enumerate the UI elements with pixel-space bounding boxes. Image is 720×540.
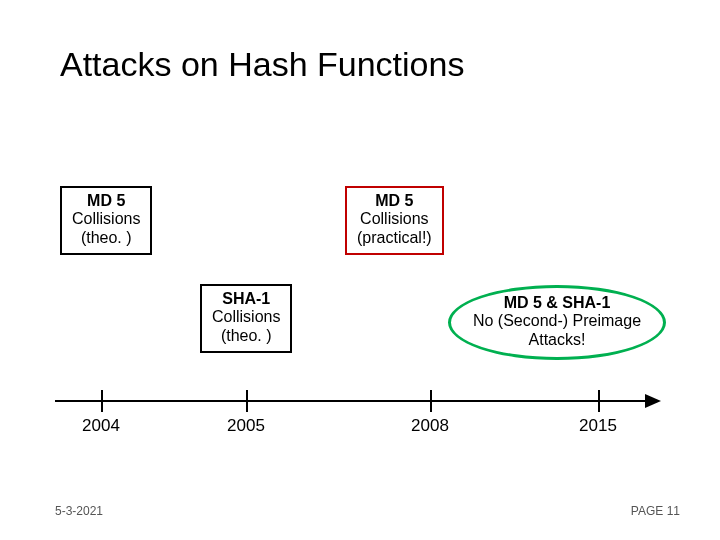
timeline-label: 2015 bbox=[568, 416, 628, 436]
timeline-tick bbox=[101, 390, 103, 412]
box-sha1-theoretical: SHA-1 Collisions (theo. ) bbox=[200, 284, 292, 353]
timeline-tick bbox=[430, 390, 432, 412]
box-line: (theo. ) bbox=[212, 327, 280, 345]
slide-title: Attacks on Hash Functions bbox=[60, 45, 464, 84]
timeline-tick bbox=[598, 390, 600, 412]
footer-page-number: PAGE 11 bbox=[631, 504, 680, 518]
box-no-preimage: MD 5 & SHA-1 No (Second-) Preimage Attac… bbox=[448, 285, 666, 360]
footer-date: 5-3-2021 bbox=[55, 504, 103, 518]
box-line: Collisions bbox=[212, 308, 280, 326]
box-header: MD 5 bbox=[357, 192, 432, 210]
box-line: Attacks! bbox=[461, 331, 653, 349]
box-header: MD 5 & SHA-1 bbox=[461, 294, 653, 312]
box-line: No (Second-) Preimage bbox=[461, 312, 653, 330]
arrow-right-icon bbox=[645, 394, 661, 408]
timeline-tick bbox=[246, 390, 248, 412]
box-line: Collisions bbox=[357, 210, 432, 228]
box-line: (theo. ) bbox=[72, 229, 140, 247]
box-header: SHA-1 bbox=[212, 290, 280, 308]
box-md5-theoretical: MD 5 Collisions (theo. ) bbox=[60, 186, 152, 255]
box-md5-practical: MD 5 Collisions (practical!) bbox=[345, 186, 444, 255]
timeline-label: 2005 bbox=[216, 416, 276, 436]
box-header: MD 5 bbox=[72, 192, 140, 210]
timeline-axis bbox=[55, 400, 647, 402]
timeline-label: 2004 bbox=[71, 416, 131, 436]
timeline-label: 2008 bbox=[400, 416, 460, 436]
box-line: Collisions bbox=[72, 210, 140, 228]
box-line: (practical!) bbox=[357, 229, 432, 247]
